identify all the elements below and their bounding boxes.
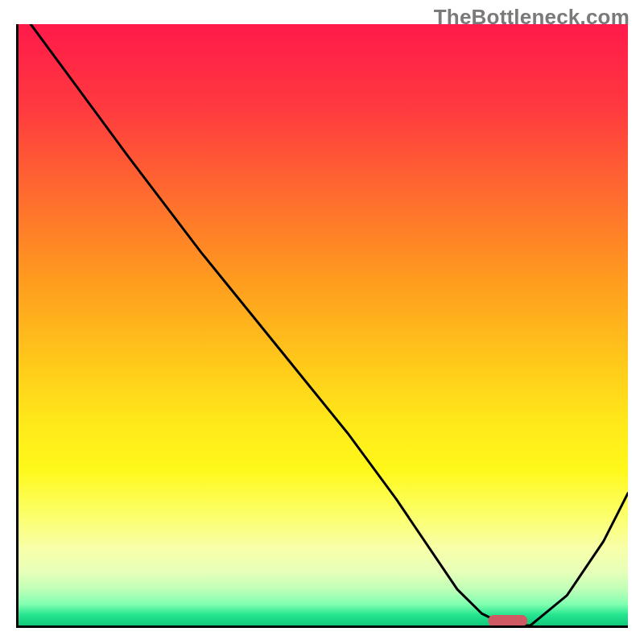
curve-svg	[19, 24, 628, 625]
optimal-marker	[488, 615, 527, 626]
bottleneck-chart: TheBottleneck.com	[0, 0, 644, 644]
bottleneck-curve-path	[31, 24, 628, 625]
plot-area	[16, 24, 628, 628]
watermark-text: TheBottleneck.com	[434, 5, 630, 30]
